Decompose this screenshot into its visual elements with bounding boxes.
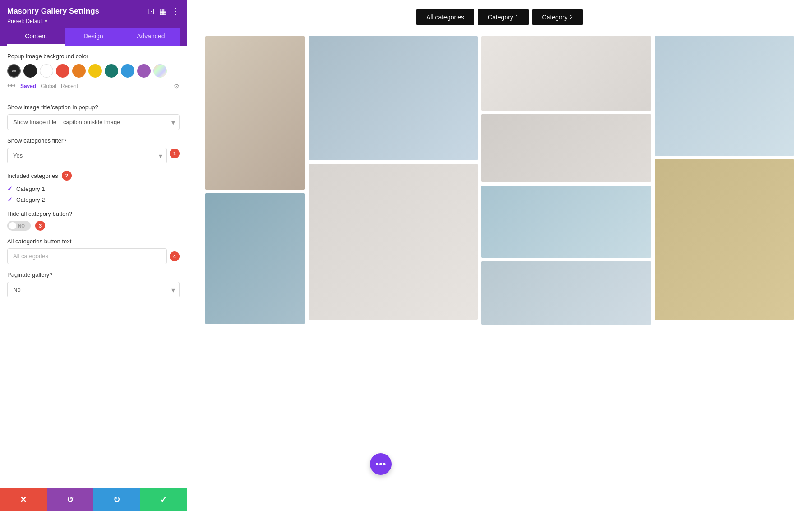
gallery-img-3-3 <box>481 186 651 258</box>
dots-icon[interactable]: ••• <box>7 81 16 91</box>
gallery-img-2-1 <box>309 36 478 160</box>
gallery-img-2-2 <box>309 164 478 320</box>
filter-category-2[interactable]: Category 2 <box>532 9 583 25</box>
color-settings-icon[interactable]: ⚙ <box>174 83 180 90</box>
step-badge-3: 3 <box>35 221 45 231</box>
save-button[interactable]: ✓ <box>140 488 187 511</box>
check-icon-cat2: ✓ <box>7 196 13 203</box>
paginate-gallery-label: Paginate gallery? <box>7 271 180 278</box>
tab-content[interactable]: Content <box>7 28 65 46</box>
gallery-img-3-1 <box>481 36 651 111</box>
color-tab-saved[interactable]: Saved <box>20 83 36 89</box>
color-swatch-dark[interactable] <box>23 64 37 78</box>
color-swatches-row: ✏ <box>7 64 180 78</box>
panel-header: Masonry Gallery Settings ⊡ ▦ ⋮ Preset: D… <box>0 0 187 46</box>
color-swatch-yellow[interactable] <box>88 64 102 78</box>
step-badge-2: 2 <box>62 171 72 181</box>
color-tab-global[interactable]: Global <box>41 83 56 89</box>
settings-panel: Masonry Gallery Settings ⊡ ▦ ⋮ Preset: D… <box>0 0 187 511</box>
panel-title: Masonry Gallery Settings <box>7 7 99 16</box>
color-swatch-white[interactable] <box>40 64 53 78</box>
show-categories-filter-wrapper: Yes No <box>7 148 167 163</box>
paginate-gallery-select[interactable]: No Yes <box>7 282 180 297</box>
toggle-no-label: NO <box>18 223 25 228</box>
all-categories-text-row: All categories button text 4 <box>7 238 180 271</box>
included-categories-header: Included categories 2 <box>7 171 180 181</box>
tab-design[interactable]: Design <box>65 28 122 46</box>
show-title-caption-select[interactable]: Show Image title + caption outside image… <box>7 114 180 130</box>
masonry-col-1 <box>205 36 305 324</box>
gallery-img-1-1 <box>205 36 305 190</box>
gallery-preview: All categories Category 1 Category 2 • <box>187 0 812 511</box>
color-swatch-orange[interactable] <box>72 64 86 78</box>
category-2-label: Category 2 <box>16 196 45 203</box>
filter-all-categories[interactable]: All categories <box>416 9 474 25</box>
color-swatch-teal[interactable] <box>105 64 118 78</box>
hide-all-category-toggle[interactable]: NO <box>7 221 31 231</box>
gallery-img-1-2 <box>205 193 305 324</box>
panel-header-icons: ⊡ ▦ ⋮ <box>148 6 180 16</box>
masonry-col-4 <box>655 36 794 320</box>
panel-body: Popup image background color ✏ ••• Saved… <box>0 46 187 488</box>
masonry-grid <box>205 36 794 325</box>
category-1-label: Category 1 <box>16 186 45 192</box>
filter-category-1[interactable]: Category 1 <box>478 9 528 25</box>
check-icon-cat1: ✓ <box>7 185 13 192</box>
included-categories-label: Included categories <box>7 172 58 179</box>
focus-icon[interactable]: ⊡ <box>148 6 155 16</box>
show-categories-filter-row: Yes No 1 <box>7 148 180 163</box>
show-title-caption-label: Show image title/caption in popup? <box>7 104 180 111</box>
masonry-col-3 <box>481 36 651 325</box>
undo-button[interactable]: ↺ <box>47 488 94 511</box>
color-tab-recent[interactable]: Recent <box>61 83 78 89</box>
color-swatch-blue[interactable] <box>121 64 134 78</box>
tab-advanced[interactable]: Advanced <box>122 28 180 46</box>
gallery-img-3-2 <box>481 114 651 182</box>
panel-tabs: Content Design Advanced <box>7 28 180 46</box>
preset-label[interactable]: Preset: Default ▾ <box>7 18 180 24</box>
step-badge-1: 1 <box>170 149 180 158</box>
masonry-col-2 <box>309 36 478 320</box>
all-categories-button-text-label: All categories button text <box>7 238 167 245</box>
color-swatch-purple[interactable] <box>137 64 151 78</box>
gallery-img-4-1 <box>655 36 794 156</box>
bottom-toolbar: ✕ ↺ ↻ ✓ <box>0 488 187 511</box>
color-swatch-red[interactable] <box>56 64 69 78</box>
active-color-swatch[interactable]: ✏ <box>7 64 21 78</box>
step-badge-4: 4 <box>170 251 180 261</box>
floating-action-button[interactable]: ••• <box>370 453 392 475</box>
hide-all-category-label: Hide all category button? <box>7 210 180 217</box>
popup-bg-color-label: Popup image background color <box>7 53 180 60</box>
cancel-button[interactable]: ✕ <box>0 488 47 511</box>
all-categories-text-input[interactable] <box>7 248 167 264</box>
gallery-img-3-4 <box>481 261 651 325</box>
toggle-knob <box>9 222 16 229</box>
toggle-row: NO 3 <box>7 221 180 231</box>
filter-bar: All categories Category 1 Category 2 <box>205 9 794 25</box>
color-tabs-row: ••• Saved Global Recent ⚙ <box>7 81 180 91</box>
paginate-gallery-wrapper: No Yes <box>7 282 180 297</box>
more-icon[interactable]: ⋮ <box>171 6 180 16</box>
show-title-caption-select-wrapper: Show Image title + caption outside image… <box>7 114 180 130</box>
show-categories-filter-select[interactable]: Yes No <box>7 148 167 163</box>
show-categories-filter-label: Show categories filter? <box>7 137 180 144</box>
all-categories-text-field-container: All categories button text <box>7 238 167 271</box>
gallery-img-4-2 <box>655 159 794 320</box>
color-swatch-clear[interactable] <box>153 64 167 78</box>
category-item-1[interactable]: ✓ Category 1 <box>7 185 180 192</box>
category-item-2[interactable]: ✓ Category 2 <box>7 196 180 203</box>
redo-button[interactable]: ↻ <box>93 488 140 511</box>
grid-icon[interactable]: ▦ <box>159 6 167 16</box>
